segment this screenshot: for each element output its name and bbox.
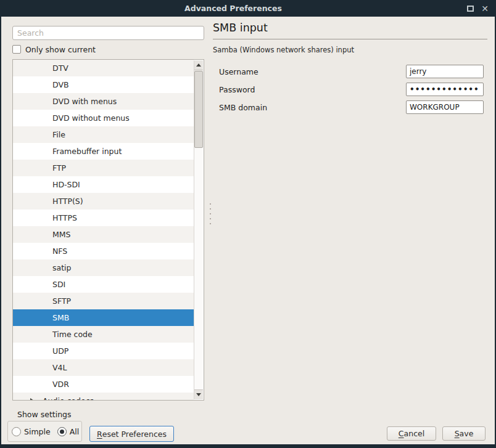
scrollbar-up-button[interactable] <box>194 60 203 70</box>
list-item[interactable]: DVD with menus <box>13 93 194 110</box>
list-item[interactable]: HD-SDI <box>13 176 194 193</box>
splitter-dot <box>210 203 211 205</box>
panel-splitter-handle[interactable] <box>207 17 213 444</box>
list-item[interactable]: DVD without menus <box>13 110 194 126</box>
smb-form: UsernamePasswordSMB domain <box>219 65 484 118</box>
list-item[interactable]: satip <box>13 259 194 276</box>
username-input[interactable] <box>406 65 484 78</box>
close-icon: ✕ <box>481 4 489 14</box>
list-item[interactable]: UDP <box>13 343 194 359</box>
only-show-current-checkbox[interactable]: Only show current <box>12 44 96 54</box>
show-settings-label: Show settings <box>17 410 72 419</box>
dialog-content: Only show current DTVDVBDVD with menusDV… <box>1 17 495 444</box>
radio-simple[interactable]: Simple <box>12 427 51 436</box>
smb-domain-input[interactable] <box>406 100 484 114</box>
list-item[interactable]: Time code <box>13 326 194 343</box>
maximize-icon <box>467 6 474 12</box>
list-item[interactable]: NFS <box>13 243 194 259</box>
list-item[interactable]: SDI <box>13 276 194 293</box>
maximize-button[interactable] <box>463 0 477 17</box>
reset-preferences-button[interactable]: Reset Preferences <box>89 426 174 442</box>
list-item[interactable]: Framebuffer input <box>13 143 194 160</box>
field-label: SMB domain <box>219 103 267 112</box>
radio-icon[interactable] <box>57 427 67 436</box>
list-item[interactable]: HTTPS <box>13 210 194 226</box>
list-item[interactable]: MMS <box>13 226 194 243</box>
list-item[interactable]: DVB <box>13 76 194 93</box>
list-item-partial[interactable]: Audio codecs <box>13 393 194 400</box>
list-item[interactable]: HTTP(S) <box>13 193 194 210</box>
splitter-dot <box>210 213 211 214</box>
window-title: Advanced Preferences <box>0 4 466 13</box>
scrollbar-track[interactable] <box>194 148 203 389</box>
close-button[interactable]: ✕ <box>477 0 492 17</box>
splitter-dot <box>210 223 211 224</box>
list-item[interactable]: DTV <box>13 60 194 76</box>
title-divider <box>213 39 487 39</box>
list-item[interactable]: VDR <box>13 376 194 393</box>
splitter-dot <box>210 208 211 210</box>
list-item[interactable]: SMB <box>13 309 194 326</box>
list-item[interactable]: V4L <box>13 359 194 376</box>
form-field-row: Username <box>219 65 484 78</box>
preferences-category-list: DTVDVBDVD with menusDVD without menusFil… <box>12 59 204 401</box>
radio-all[interactable]: All <box>57 427 80 436</box>
list-item[interactable]: FTP <box>13 160 194 176</box>
titlebar[interactable]: Advanced Preferences ✕ <box>0 0 496 17</box>
radio-icon[interactable] <box>12 427 21 436</box>
form-field-row: Password <box>219 83 484 96</box>
search-input[interactable] <box>12 26 204 40</box>
category-list-rows: DTVDVBDVD with menusDVD without menusFil… <box>13 60 194 400</box>
list-item[interactable]: SFTP <box>13 293 194 309</box>
arrow-down-icon <box>196 393 201 396</box>
page-subtitle: Samba (Windows network shares) input <box>213 46 354 54</box>
scrollbar-down-button[interactable] <box>194 389 203 399</box>
splitter-dot <box>210 218 211 219</box>
list-item[interactable]: File <box>13 126 194 143</box>
form-field-row: SMB domain <box>219 100 484 114</box>
radio-label: All <box>70 427 80 436</box>
list-scrollbar[interactable] <box>194 60 203 399</box>
radio-label: Simple <box>24 427 51 436</box>
checkbox-icon[interactable] <box>12 45 21 54</box>
save-button[interactable]: Save <box>442 426 486 441</box>
page-title: SMB input <box>213 22 268 34</box>
checkbox-label: Only show current <box>25 45 96 54</box>
arrow-up-icon <box>196 63 201 67</box>
field-label: Username <box>219 67 258 76</box>
field-label: Password <box>219 85 255 94</box>
cancel-button[interactable]: Cancel <box>387 426 436 441</box>
show-settings-group: SimpleAll <box>7 421 82 442</box>
expander-icon[interactable] <box>30 398 34 400</box>
advanced-preferences-window: Advanced Preferences ✕ Only show current… <box>0 0 496 448</box>
password-input[interactable] <box>406 83 484 96</box>
scrollbar-thumb[interactable] <box>194 71 203 148</box>
